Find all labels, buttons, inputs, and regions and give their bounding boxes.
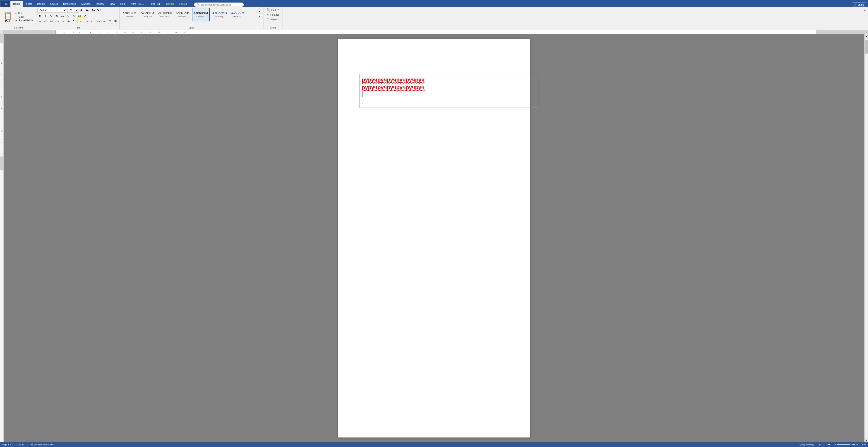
display-settings-button[interactable]: Display Settings <box>798 443 814 446</box>
format-painter-button[interactable]: 🖌 Format Painter <box>14 19 34 22</box>
style-table-pa[interactable]: AaBbCcDd ¶ Table Pa... <box>192 8 210 21</box>
text-effects-button[interactable]: A <box>71 13 76 18</box>
tab-references[interactable]: References <box>60 1 79 7</box>
show-formatting-button[interactable]: ¶ <box>71 19 76 24</box>
svg-text:6: 6 <box>1 108 2 109</box>
editing-content: 🔍 Find ▼ ↔ Replace ⬚ Select ▼ <box>265 8 281 22</box>
font-color-button[interactable]: A <box>83 13 88 18</box>
paste-button[interactable]: 📋 Paste <box>2 10 14 23</box>
text-content: руручручручручручруч руручручручручручру… <box>362 76 536 98</box>
bullets-button[interactable]: ≡• <box>37 19 42 24</box>
align-center-button[interactable]: ≡ <box>85 19 90 24</box>
status-left: Page 1 of 1 2 words ✓ English (United St… <box>2 443 54 446</box>
scroll-down-button[interactable]: ▼ <box>865 438 868 442</box>
tab-home[interactable]: Home <box>10 1 23 7</box>
style-heading1[interactable]: AaBbCcD ¶ Heading 1 <box>210 8 229 21</box>
zoom-level: 130% <box>859 443 866 446</box>
word-count: 2 words <box>16 443 24 446</box>
increase-indent-button[interactable]: →≡ <box>60 19 65 24</box>
style-body-text[interactable]: AaBbCcDd ¶ Body Text <box>139 8 156 21</box>
tab-review[interactable]: Review <box>93 1 107 7</box>
shading-button[interactable]: □ <box>107 19 112 24</box>
print-layout-button[interactable]: ▦ <box>818 443 822 446</box>
multilevel-list-button[interactable]: ≡≡ <box>49 19 54 24</box>
svg-text:10: 10 <box>132 32 134 33</box>
zoom-control[interactable]: − + 130% <box>835 443 866 446</box>
svg-text:16: 16 <box>184 32 186 33</box>
svg-text:13: 13 <box>158 32 160 33</box>
font-size-select[interactable]: 26 <box>67 8 79 13</box>
styles-more[interactable]: ⬗ <box>257 20 262 25</box>
borders-button[interactable]: ▦ <box>113 19 118 24</box>
style-normal[interactable]: AaBbCcDd ¶ Normal <box>121 8 138 21</box>
tab-design2[interactable]: Design <box>163 1 177 7</box>
share-button[interactable]: 👤 Share <box>852 2 866 7</box>
cut-button[interactable]: ✂ Cut <box>14 11 34 15</box>
replace-button[interactable]: ↔ Replace <box>265 12 281 17</box>
decrease-indent-button[interactable]: ←≡ <box>54 19 59 24</box>
align-right-button[interactable]: ≡→ <box>90 19 95 24</box>
ruler-ticks: 1 2 3 4 5 6 7 8 9 10 11 12 13 14 15 16 <box>56 30 816 34</box>
style-title[interactable]: AaB Title <box>137 22 153 26</box>
find-button[interactable]: 🔍 Find ▼ <box>265 8 281 12</box>
document-area[interactable]: руручручручручручруч руручручручручручру… <box>4 34 864 442</box>
superscript-button[interactable]: X² <box>66 13 71 18</box>
font-name-select[interactable]: Calibri <box>37 8 67 13</box>
svg-text:12: 12 <box>149 32 151 33</box>
bold-button[interactable]: B <box>37 13 42 18</box>
zoom-out-button[interactable]: − <box>835 443 836 446</box>
copy-button[interactable]: 📄 Copy <box>14 15 34 19</box>
align-left-button[interactable]: ≡← <box>79 19 84 24</box>
text-highlight-button[interactable]: ab <box>77 13 82 18</box>
justify-button[interactable]: ≡≡ <box>96 19 101 24</box>
style-heading3[interactable]: AaBbCcD ¶ Heading 3 <box>121 22 137 26</box>
subscript-button[interactable]: X₂ <box>60 13 65 18</box>
svg-text:8: 8 <box>1 130 2 132</box>
web-layout-button[interactable]: ⬚ <box>822 443 826 446</box>
tab-view[interactable]: View <box>107 1 118 7</box>
read-mode-button[interactable]: 📖 <box>827 443 831 446</box>
tab-help[interactable]: Help <box>118 1 128 7</box>
horizontal-ruler: 1 2 3 4 5 6 7 8 9 10 11 12 13 14 15 16 <box>4 30 868 34</box>
svg-text:1: 1 <box>56 32 57 33</box>
scroll-up-button[interactable]: ▲ <box>865 34 868 38</box>
clear-formatting-button[interactable]: ✕A <box>96 8 101 13</box>
select-button[interactable]: ⬚ Select ▼ <box>265 17 281 22</box>
style-heading2[interactable]: AaBbCcD ¶ Heading 2 <box>229 8 246 21</box>
change-case-button[interactable]: Aa <box>91 8 96 13</box>
tab-layout[interactable]: Layout <box>48 1 60 7</box>
tab-design[interactable]: Design <box>34 1 48 7</box>
scroll-thumb[interactable] <box>865 40 868 54</box>
tab-insert[interactable]: Insert <box>23 1 34 7</box>
font-row2: B I U ab X₂ X² A ab A <box>37 13 118 18</box>
collapse-ribbon-button[interactable]: ▲ <box>862 8 867 13</box>
styles-scroll-up[interactable]: ▲ <box>257 9 262 14</box>
font-grow-button[interactable]: A↑ <box>80 8 85 13</box>
zoom-track[interactable] <box>837 444 855 445</box>
styles-scroll-down[interactable]: ▼ <box>257 14 262 19</box>
numbering-button[interactable]: ≡1 <box>43 19 48 24</box>
scroll-track[interactable] <box>865 38 868 438</box>
right-scrollbar[interactable]: ▲ ▼ <box>864 34 868 442</box>
text-box[interactable]: руручручручручручруч руручручручручручру… <box>359 74 538 108</box>
zoom-in-button[interactable]: + <box>856 443 858 446</box>
tab-nitro[interactable]: Nitro Pro 10 <box>128 1 147 7</box>
spelling-icon[interactable]: ✓ <box>27 443 29 446</box>
tab-layout2[interactable]: Layout <box>177 1 189 7</box>
tab-mailings[interactable]: Mailings <box>79 1 93 7</box>
sort-button[interactable]: ↕A <box>66 19 71 24</box>
editing-label: Editing <box>264 26 283 29</box>
italic-button[interactable]: I <box>43 13 48 18</box>
underline-button[interactable]: U <box>49 13 54 18</box>
tab-foxit[interactable]: Foxit PDF <box>147 1 163 7</box>
line-spacing-button[interactable]: ↕≡ <box>102 19 106 24</box>
font-shrink-button[interactable]: A↓ <box>85 8 90 13</box>
svg-text:4: 4 <box>82 32 83 33</box>
style-list-para[interactable]: AaBbCcDd ¶ List Para... <box>156 8 174 21</box>
tab-file[interactable]: File <box>1 1 10 7</box>
page-info: Page 1 of 1 <box>2 443 13 446</box>
language[interactable]: English (United States) <box>31 443 54 446</box>
tell-me-input[interactable]: 🔍 Tell me what you want to do <box>194 2 244 7</box>
strikethrough-button[interactable]: ab <box>54 13 59 18</box>
style-no-space[interactable]: AaBbCcDd ¶ No Spac... <box>174 8 191 21</box>
